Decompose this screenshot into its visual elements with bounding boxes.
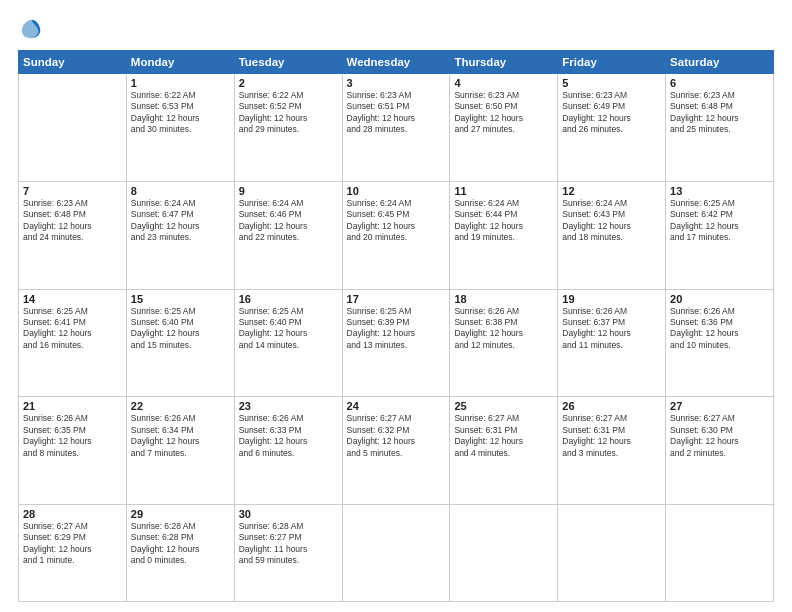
calendar-cell: 17Sunrise: 6:25 AMSunset: 6:39 PMDayligh…: [342, 289, 450, 397]
day-info: Sunrise: 6:27 AMSunset: 6:30 PMDaylight:…: [670, 413, 769, 459]
header: [18, 18, 774, 40]
col-header-sunday: Sunday: [19, 51, 127, 74]
calendar-cell: 11Sunrise: 6:24 AMSunset: 6:44 PMDayligh…: [450, 181, 558, 289]
day-info: Sunrise: 6:23 AMSunset: 6:48 PMDaylight:…: [670, 90, 769, 136]
col-header-saturday: Saturday: [666, 51, 774, 74]
page: SundayMondayTuesdayWednesdayThursdayFrid…: [0, 0, 792, 612]
calendar-cell: 12Sunrise: 6:24 AMSunset: 6:43 PMDayligh…: [558, 181, 666, 289]
calendar-cell: 10Sunrise: 6:24 AMSunset: 6:45 PMDayligh…: [342, 181, 450, 289]
day-info: Sunrise: 6:28 AMSunset: 6:28 PMDaylight:…: [131, 521, 230, 567]
col-header-tuesday: Tuesday: [234, 51, 342, 74]
day-info: Sunrise: 6:25 AMSunset: 6:40 PMDaylight:…: [131, 306, 230, 352]
col-header-monday: Monday: [126, 51, 234, 74]
calendar-cell: 15Sunrise: 6:25 AMSunset: 6:40 PMDayligh…: [126, 289, 234, 397]
calendar-cell: 29Sunrise: 6:28 AMSunset: 6:28 PMDayligh…: [126, 505, 234, 602]
day-number: 22: [131, 400, 230, 412]
day-info: Sunrise: 6:24 AMSunset: 6:47 PMDaylight:…: [131, 198, 230, 244]
day-number: 2: [239, 77, 338, 89]
day-info: Sunrise: 6:26 AMSunset: 6:34 PMDaylight:…: [131, 413, 230, 459]
calendar-cell: 20Sunrise: 6:26 AMSunset: 6:36 PMDayligh…: [666, 289, 774, 397]
week-row-5: 28Sunrise: 6:27 AMSunset: 6:29 PMDayligh…: [19, 505, 774, 602]
calendar-cell: 21Sunrise: 6:26 AMSunset: 6:35 PMDayligh…: [19, 397, 127, 505]
day-number: 21: [23, 400, 122, 412]
day-number: 1: [131, 77, 230, 89]
col-header-friday: Friday: [558, 51, 666, 74]
calendar-cell: [450, 505, 558, 602]
day-info: Sunrise: 6:26 AMSunset: 6:36 PMDaylight:…: [670, 306, 769, 352]
calendar-cell: 1Sunrise: 6:22 AMSunset: 6:53 PMDaylight…: [126, 74, 234, 182]
day-number: 19: [562, 293, 661, 305]
calendar-cell: [19, 74, 127, 182]
day-number: 3: [347, 77, 446, 89]
day-info: Sunrise: 6:27 AMSunset: 6:31 PMDaylight:…: [454, 413, 553, 459]
calendar-cell: 23Sunrise: 6:26 AMSunset: 6:33 PMDayligh…: [234, 397, 342, 505]
calendar-cell: 26Sunrise: 6:27 AMSunset: 6:31 PMDayligh…: [558, 397, 666, 505]
day-info: Sunrise: 6:28 AMSunset: 6:27 PMDaylight:…: [239, 521, 338, 567]
calendar-cell: 16Sunrise: 6:25 AMSunset: 6:40 PMDayligh…: [234, 289, 342, 397]
calendar-cell: 5Sunrise: 6:23 AMSunset: 6:49 PMDaylight…: [558, 74, 666, 182]
day-number: 4: [454, 77, 553, 89]
day-number: 20: [670, 293, 769, 305]
day-info: Sunrise: 6:24 AMSunset: 6:45 PMDaylight:…: [347, 198, 446, 244]
calendar-cell: 14Sunrise: 6:25 AMSunset: 6:41 PMDayligh…: [19, 289, 127, 397]
col-header-thursday: Thursday: [450, 51, 558, 74]
day-number: 10: [347, 185, 446, 197]
day-number: 7: [23, 185, 122, 197]
day-number: 6: [670, 77, 769, 89]
day-number: 28: [23, 508, 122, 520]
calendar-cell: 18Sunrise: 6:26 AMSunset: 6:38 PMDayligh…: [450, 289, 558, 397]
day-info: Sunrise: 6:26 AMSunset: 6:33 PMDaylight:…: [239, 413, 338, 459]
day-info: Sunrise: 6:24 AMSunset: 6:43 PMDaylight:…: [562, 198, 661, 244]
day-info: Sunrise: 6:26 AMSunset: 6:35 PMDaylight:…: [23, 413, 122, 459]
day-number: 25: [454, 400, 553, 412]
day-number: 15: [131, 293, 230, 305]
day-number: 11: [454, 185, 553, 197]
header-row: SundayMondayTuesdayWednesdayThursdayFrid…: [19, 51, 774, 74]
calendar-cell: 7Sunrise: 6:23 AMSunset: 6:48 PMDaylight…: [19, 181, 127, 289]
day-info: Sunrise: 6:23 AMSunset: 6:51 PMDaylight:…: [347, 90, 446, 136]
week-row-2: 7Sunrise: 6:23 AMSunset: 6:48 PMDaylight…: [19, 181, 774, 289]
col-header-wednesday: Wednesday: [342, 51, 450, 74]
calendar-cell: [666, 505, 774, 602]
calendar-cell: 30Sunrise: 6:28 AMSunset: 6:27 PMDayligh…: [234, 505, 342, 602]
calendar-cell: 2Sunrise: 6:22 AMSunset: 6:52 PMDaylight…: [234, 74, 342, 182]
calendar-cell: 3Sunrise: 6:23 AMSunset: 6:51 PMDaylight…: [342, 74, 450, 182]
day-number: 16: [239, 293, 338, 305]
day-info: Sunrise: 6:24 AMSunset: 6:46 PMDaylight:…: [239, 198, 338, 244]
day-number: 5: [562, 77, 661, 89]
day-info: Sunrise: 6:25 AMSunset: 6:42 PMDaylight:…: [670, 198, 769, 244]
day-number: 9: [239, 185, 338, 197]
calendar-cell: 4Sunrise: 6:23 AMSunset: 6:50 PMDaylight…: [450, 74, 558, 182]
day-number: 23: [239, 400, 338, 412]
day-info: Sunrise: 6:22 AMSunset: 6:53 PMDaylight:…: [131, 90, 230, 136]
day-number: 26: [562, 400, 661, 412]
week-row-1: 1Sunrise: 6:22 AMSunset: 6:53 PMDaylight…: [19, 74, 774, 182]
calendar-cell: 9Sunrise: 6:24 AMSunset: 6:46 PMDaylight…: [234, 181, 342, 289]
calendar-cell: 25Sunrise: 6:27 AMSunset: 6:31 PMDayligh…: [450, 397, 558, 505]
week-row-3: 14Sunrise: 6:25 AMSunset: 6:41 PMDayligh…: [19, 289, 774, 397]
day-number: 12: [562, 185, 661, 197]
logo-icon: [20, 18, 42, 40]
day-number: 14: [23, 293, 122, 305]
day-number: 17: [347, 293, 446, 305]
day-number: 18: [454, 293, 553, 305]
calendar-cell: 24Sunrise: 6:27 AMSunset: 6:32 PMDayligh…: [342, 397, 450, 505]
day-number: 30: [239, 508, 338, 520]
day-number: 8: [131, 185, 230, 197]
calendar-cell: [558, 505, 666, 602]
calendar-cell: 8Sunrise: 6:24 AMSunset: 6:47 PMDaylight…: [126, 181, 234, 289]
day-number: 13: [670, 185, 769, 197]
week-row-4: 21Sunrise: 6:26 AMSunset: 6:35 PMDayligh…: [19, 397, 774, 505]
day-info: Sunrise: 6:25 AMSunset: 6:39 PMDaylight:…: [347, 306, 446, 352]
day-info: Sunrise: 6:26 AMSunset: 6:38 PMDaylight:…: [454, 306, 553, 352]
day-info: Sunrise: 6:27 AMSunset: 6:32 PMDaylight:…: [347, 413, 446, 459]
day-info: Sunrise: 6:23 AMSunset: 6:48 PMDaylight:…: [23, 198, 122, 244]
day-info: Sunrise: 6:23 AMSunset: 6:49 PMDaylight:…: [562, 90, 661, 136]
day-number: 24: [347, 400, 446, 412]
calendar-table: SundayMondayTuesdayWednesdayThursdayFrid…: [18, 50, 774, 602]
calendar-cell: 27Sunrise: 6:27 AMSunset: 6:30 PMDayligh…: [666, 397, 774, 505]
day-number: 29: [131, 508, 230, 520]
day-info: Sunrise: 6:26 AMSunset: 6:37 PMDaylight:…: [562, 306, 661, 352]
day-info: Sunrise: 6:25 AMSunset: 6:41 PMDaylight:…: [23, 306, 122, 352]
day-info: Sunrise: 6:23 AMSunset: 6:50 PMDaylight:…: [454, 90, 553, 136]
